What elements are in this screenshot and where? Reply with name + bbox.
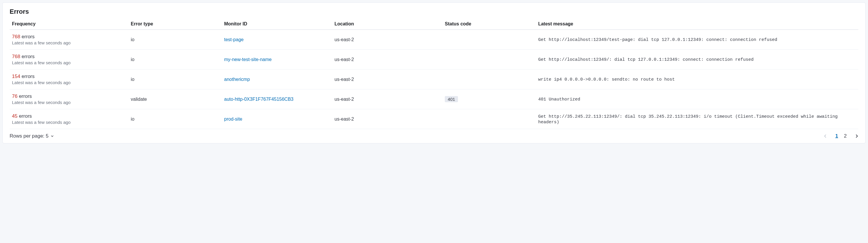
cell-status-code bbox=[442, 50, 536, 69]
cell-status-code bbox=[442, 30, 536, 50]
table-footer: Rows per page: 5 12 bbox=[10, 129, 858, 139]
error-count-label: errors bbox=[20, 73, 34, 79]
cell-status-code bbox=[442, 109, 536, 129]
cell-monitor-id: my-new-test-site-name bbox=[222, 50, 332, 69]
cell-latest-message: 401 Unauthorized bbox=[536, 89, 858, 109]
cell-monitor-id: auto-http-0X3F1F767F45156CB3 bbox=[222, 89, 332, 109]
cell-error-type: io bbox=[128, 50, 222, 69]
cell-error-type: io bbox=[128, 30, 222, 50]
col-header-frequency[interactable]: Frequency bbox=[10, 19, 128, 30]
next-page-button[interactable] bbox=[855, 134, 858, 138]
errors-panel: Errors Frequency Error type Monitor ID L… bbox=[2, 2, 866, 143]
panel-title: Errors bbox=[10, 8, 858, 16]
cell-location: us-east-2 bbox=[332, 69, 442, 89]
pagination: 12 bbox=[824, 133, 858, 139]
latest-timestamp: Latest was a few seconds ago bbox=[12, 100, 126, 105]
error-count-label: errors bbox=[20, 34, 34, 39]
status-badge: 401 bbox=[445, 96, 458, 102]
cell-frequency: 768 errorsLatest was a few seconds ago bbox=[10, 50, 128, 69]
monitor-link[interactable]: prod-site bbox=[224, 117, 242, 121]
monitor-link[interactable]: auto-http-0X3F1F767F45156CB3 bbox=[224, 97, 293, 102]
cell-status-code bbox=[442, 69, 536, 89]
latest-timestamp: Latest was a few seconds ago bbox=[12, 60, 126, 65]
rows-per-page-label: Rows per page: 5 bbox=[10, 133, 49, 139]
cell-frequency: 768 errorsLatest was a few seconds ago bbox=[10, 30, 128, 50]
cell-frequency: 154 errorsLatest was a few seconds ago bbox=[10, 69, 128, 89]
monitor-link[interactable]: anothericmp bbox=[224, 77, 250, 82]
cell-monitor-id: prod-site bbox=[222, 109, 332, 129]
table-row: 768 errorsLatest was a few seconds agoio… bbox=[10, 30, 858, 50]
cell-location: us-east-2 bbox=[332, 30, 442, 50]
error-count-label: errors bbox=[18, 93, 32, 99]
chevron-down-icon bbox=[50, 134, 54, 138]
col-header-location[interactable]: Location bbox=[332, 19, 442, 30]
table-row: 768 errorsLatest was a few seconds agoio… bbox=[10, 50, 858, 69]
col-header-error-type[interactable]: Error type bbox=[128, 19, 222, 30]
col-header-status-code[interactable]: Status code bbox=[442, 19, 536, 30]
error-count: 45 bbox=[12, 113, 18, 119]
rows-per-page-select[interactable]: Rows per page: 5 bbox=[10, 133, 54, 139]
table-row: 76 errorsLatest was a few seconds agoval… bbox=[10, 89, 858, 109]
cell-latest-message: Get http://localhost:12349/test-page: di… bbox=[536, 30, 858, 50]
error-count: 768 bbox=[12, 34, 20, 39]
monitor-link[interactable]: my-new-test-site-name bbox=[224, 57, 272, 62]
monitor-link[interactable]: test-page bbox=[224, 37, 244, 42]
col-header-monitor-id[interactable]: Monitor ID bbox=[222, 19, 332, 30]
prev-page-button[interactable] bbox=[824, 134, 827, 138]
chevron-right-icon bbox=[855, 134, 858, 138]
error-count: 76 bbox=[12, 93, 18, 99]
message-text: write ip4 0.0.0.0->0.0.0.0: sendto: no r… bbox=[538, 77, 675, 82]
message-text: Get http://35.245.22.113:12349/: dial tc… bbox=[538, 114, 838, 125]
cell-error-type: validate bbox=[128, 89, 222, 109]
latest-timestamp: Latest was a few seconds ago bbox=[12, 120, 126, 125]
error-count-label: errors bbox=[20, 54, 34, 59]
chevron-left-icon bbox=[824, 134, 827, 138]
cell-location: us-east-2 bbox=[332, 109, 442, 129]
cell-location: us-east-2 bbox=[332, 50, 442, 69]
errors-table: Frequency Error type Monitor ID Location… bbox=[10, 19, 858, 129]
page-number-1[interactable]: 1 bbox=[835, 133, 839, 139]
table-row: 154 errorsLatest was a few seconds agoio… bbox=[10, 69, 858, 89]
cell-frequency: 76 errorsLatest was a few seconds ago bbox=[10, 89, 128, 109]
message-text: Get http://localhost:12349/test-page: di… bbox=[538, 37, 777, 42]
page-number-2[interactable]: 2 bbox=[843, 133, 847, 139]
cell-monitor-id: anothericmp bbox=[222, 69, 332, 89]
cell-monitor-id: test-page bbox=[222, 30, 332, 50]
table-header-row: Frequency Error type Monitor ID Location… bbox=[10, 19, 858, 30]
latest-timestamp: Latest was a few seconds ago bbox=[12, 80, 126, 85]
error-count: 154 bbox=[12, 73, 20, 79]
table-row: 45 errorsLatest was a few seconds agoiop… bbox=[10, 109, 858, 129]
cell-location: us-east-2 bbox=[332, 89, 442, 109]
cell-frequency: 45 errorsLatest was a few seconds ago bbox=[10, 109, 128, 129]
cell-error-type: io bbox=[128, 69, 222, 89]
cell-latest-message: Get http://35.245.22.113:12349/: dial tc… bbox=[536, 109, 858, 129]
message-text: 401 Unauthorized bbox=[538, 97, 580, 102]
latest-timestamp: Latest was a few seconds ago bbox=[12, 40, 126, 45]
col-header-latest-message[interactable]: Latest message bbox=[536, 19, 858, 30]
error-count: 768 bbox=[12, 54, 20, 59]
cell-status-code: 401 bbox=[442, 89, 536, 109]
cell-latest-message: write ip4 0.0.0.0->0.0.0.0: sendto: no r… bbox=[536, 69, 858, 89]
error-count-label: errors bbox=[18, 113, 32, 119]
message-text: Get http://localhost:12349/: dial tcp 12… bbox=[538, 57, 753, 62]
cell-error-type: io bbox=[128, 109, 222, 129]
cell-latest-message: Get http://localhost:12349/: dial tcp 12… bbox=[536, 50, 858, 69]
